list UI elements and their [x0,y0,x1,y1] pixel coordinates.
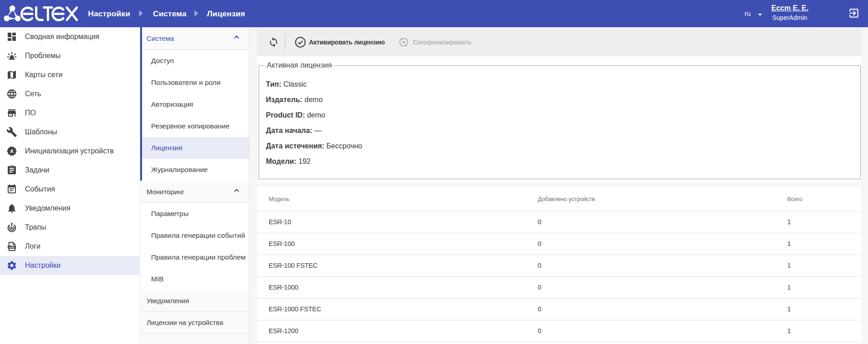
svg-text:A: A [10,148,14,154]
svg-text:LOG: LOG [9,246,15,249]
